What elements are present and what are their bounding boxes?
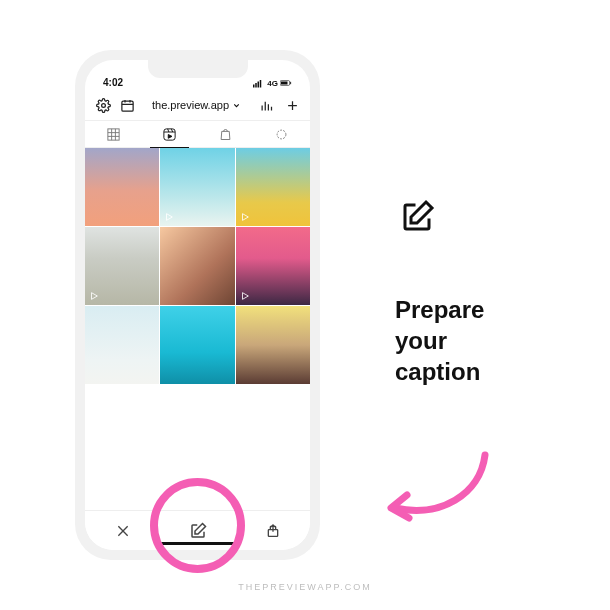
svg-rect-6 xyxy=(290,82,291,84)
svg-marker-27 xyxy=(168,134,172,138)
status-time: 4:02 xyxy=(103,77,123,88)
play-icon xyxy=(89,291,99,301)
settings-icon[interactable] xyxy=(95,97,111,113)
tab-reels[interactable] xyxy=(141,121,197,147)
svg-rect-23 xyxy=(164,128,175,139)
svg-marker-31 xyxy=(92,293,98,300)
phone-notch xyxy=(148,60,248,78)
play-icon xyxy=(164,212,174,222)
svg-rect-1 xyxy=(256,83,258,88)
status-right: 4G xyxy=(253,78,292,88)
app-header: the.preview.app xyxy=(85,90,310,120)
svg-rect-5 xyxy=(281,82,288,85)
svg-rect-8 xyxy=(121,101,132,111)
svg-marker-30 xyxy=(242,214,248,221)
home-indicator xyxy=(158,542,238,545)
svg-marker-29 xyxy=(167,214,173,221)
signal-icon xyxy=(253,78,265,88)
svg-point-7 xyxy=(101,103,105,107)
svg-marker-32 xyxy=(242,293,248,300)
tab-grid[interactable] xyxy=(85,121,141,147)
grid-cell[interactable] xyxy=(236,148,310,226)
account-name: the.preview.app xyxy=(152,99,229,111)
grid-cell[interactable] xyxy=(85,306,159,384)
svg-rect-18 xyxy=(108,128,119,139)
phone-screen: 4:02 4G the.preview.app xyxy=(85,60,310,550)
status-network: 4G xyxy=(267,79,278,88)
svg-rect-3 xyxy=(260,80,262,88)
grid-cell[interactable] xyxy=(160,306,234,384)
account-switcher[interactable]: the.preview.app xyxy=(143,99,250,111)
play-icon xyxy=(240,212,250,222)
grid-cell[interactable] xyxy=(236,306,310,384)
chevron-down-icon xyxy=(232,101,241,110)
battery-icon xyxy=(280,78,292,88)
calendar-icon[interactable] xyxy=(119,97,135,113)
tab-shop[interactable] xyxy=(198,121,254,147)
tab-loading[interactable] xyxy=(254,121,310,147)
close-button[interactable] xyxy=(114,522,132,540)
headline-text: Prepare your caption xyxy=(395,294,575,388)
share-button[interactable] xyxy=(264,522,282,540)
svg-rect-0 xyxy=(253,85,255,88)
arrow-icon xyxy=(375,440,505,530)
feed-tabs xyxy=(85,120,310,148)
phone-mockup: 4:02 4G the.preview.app xyxy=(75,50,320,560)
compose-icon xyxy=(395,195,439,239)
grid-cell[interactable] xyxy=(85,148,159,226)
svg-point-28 xyxy=(278,130,287,139)
watermark: THEPREVIEWAPP.COM xyxy=(0,582,610,592)
grid-cell[interactable] xyxy=(160,148,234,226)
compose-button[interactable] xyxy=(189,522,207,540)
grid-cell[interactable] xyxy=(236,227,310,305)
play-icon xyxy=(240,291,250,301)
analytics-icon[interactable] xyxy=(258,97,274,113)
post-grid xyxy=(85,148,310,510)
grid-cell[interactable] xyxy=(85,227,159,305)
add-icon[interactable] xyxy=(284,97,300,113)
side-panel: Prepare your caption xyxy=(395,195,575,388)
grid-cell[interactable] xyxy=(160,227,234,305)
svg-rect-2 xyxy=(258,82,260,88)
